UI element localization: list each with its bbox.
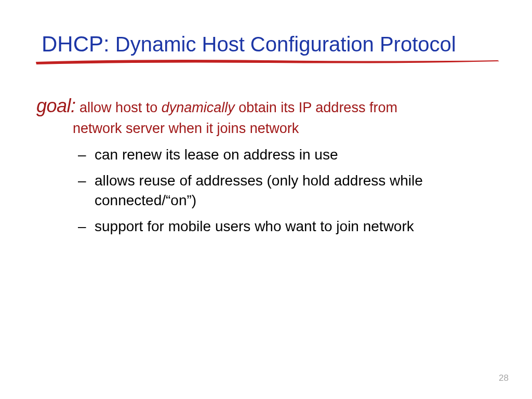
slide: DHCP: Dynamic Host Configuration Protoco… <box>0 0 532 399</box>
goal-line2: network server when it joins network <box>73 119 511 138</box>
bullet-item: allows reuse of addresses (only hold add… <box>78 171 511 210</box>
goal-part2: obtain its IP address from <box>235 100 397 115</box>
goal-part1: allow host to <box>76 100 162 115</box>
bullet-item: can renew its lease on address in use <box>78 145 511 165</box>
goal-line: goal: allow host to dynamically obtain i… <box>36 94 511 138</box>
bullet-mid: on <box>170 192 187 208</box>
page-number: 28 <box>499 373 509 383</box>
goal-label: goal: <box>36 95 76 116</box>
title-prefix: DHCP: <box>42 32 110 56</box>
goal-em: dynamically <box>162 100 235 115</box>
title-rest: Dynamic Host Configuration Protocol <box>110 33 456 56</box>
right-quote: ” <box>187 192 191 208</box>
title-underline <box>34 57 501 68</box>
left-quote: “ <box>166 192 170 208</box>
bullet-post: ) <box>192 192 196 208</box>
slide-title: DHCP: Dynamic Host Configuration Protoco… <box>42 31 511 57</box>
bullet-list: can renew its lease on address in use al… <box>78 145 511 236</box>
title-block: DHCP: Dynamic Host Configuration Protoco… <box>42 31 511 57</box>
bullet-text: support for mobile users who want to joi… <box>95 218 414 234</box>
bullet-text: can renew its lease on address in use <box>95 147 338 163</box>
bullet-pre: allows reuse of addresses (only hold add… <box>95 172 423 208</box>
bullet-item: support for mobile users who want to joi… <box>78 217 511 236</box>
